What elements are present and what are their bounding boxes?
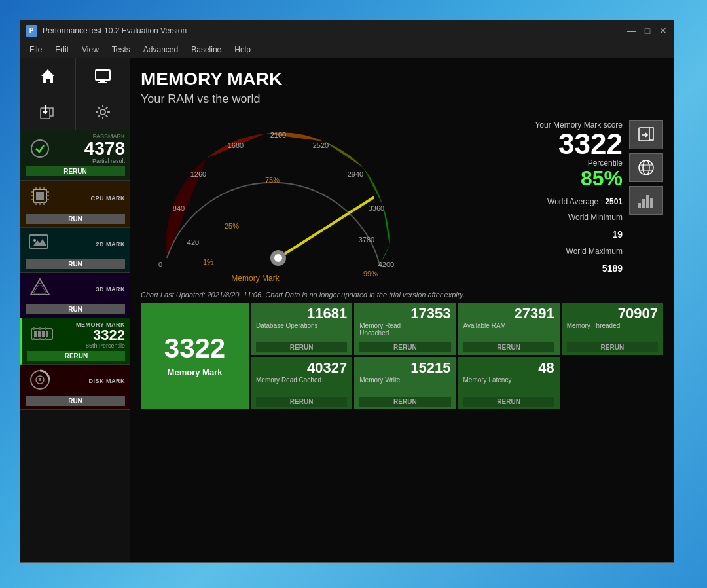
svg-rect-53 [642,199,645,208]
memory-read-cached-rerun[interactable]: RERUN [256,397,347,407]
memory-read-uncached-label: Memory ReadUncached [359,322,450,337]
sidebar-2d-mark[interactable]: 2D MARK RUN [20,228,130,273]
score-panel: Your Memory Mark score 3322 Percentile 8… [519,114,663,287]
svg-text:2940: 2940 [348,170,363,178]
menu-view[interactable]: View [75,44,105,56]
history-chart-button[interactable] [629,186,663,215]
2d-mark-label: 2D MARK [57,241,125,248]
svg-point-5 [31,140,48,157]
menu-help[interactable]: Help [228,44,257,56]
available-ram-rerun[interactable]: RERUN [463,342,554,352]
database-ops-rerun[interactable]: RERUN [256,342,347,352]
svg-rect-21 [39,338,41,340]
memory-threaded-tile[interactable]: 70907 Memory Threaded RERUN [562,303,663,355]
sidebar-disk-mark[interactable]: DISK MARK RUN [20,365,130,410]
page-subtitle: Your RAM vs the world [141,92,663,106]
svg-rect-1 [100,80,105,82]
database-ops-score: 11681 [256,306,347,321]
sidebar-monitor-button[interactable] [76,58,131,94]
minimize-button[interactable]: — [626,26,637,36]
sidebar-home-button[interactable] [20,58,76,94]
memory-latency-rerun[interactable]: RERUN [463,397,554,407]
sidebar-export-button[interactable] [20,94,76,130]
maximize-button[interactable]: □ [642,26,653,36]
title-bar: P PerformanceTest 10.2 Evaluation Versio… [20,20,674,41]
sidebar-settings-button[interactable] [76,94,131,130]
svg-rect-54 [646,195,649,208]
svg-point-48 [639,160,653,175]
menu-file[interactable]: File [23,44,48,56]
main-content: MEMORY MARK Your RAM vs the world [130,58,674,562]
svg-text:4200: 4200 [378,261,394,268]
memory-mark-sidebar-sub: 85th Percentile [59,342,125,349]
svg-rect-19 [45,327,46,330]
export-score-button[interactable] [629,120,663,149]
window-title: PerformanceTest 10.2 Evaluation Version [43,26,626,35]
svg-text:1%: 1% [203,258,213,266]
database-ops-tile[interactable]: 11681 Database Operations RERUN [251,303,352,355]
svg-rect-55 [650,198,653,208]
memory-write-score: 15215 [359,361,450,375]
svg-rect-18 [39,327,41,330]
memory-write-rerun[interactable]: RERUN [359,397,450,407]
memory-mark-tile[interactable]: 3322 Memory Mark [141,303,249,409]
svg-text:1680: 1680 [228,141,244,149]
memory-read-uncached-rerun[interactable]: RERUN [359,342,450,352]
memory-write-tile[interactable]: 15215 Memory Write RERUN [354,357,456,409]
memory-read-cached-tile[interactable]: 40327 Memory Read Cached RERUN [251,357,352,409]
world-stats: World Average : 2501 World Minimum 19 Wo… [519,194,623,278]
memory-mark-rerun-button[interactable]: RERUN [27,351,125,361]
menu-baseline[interactable]: Baseline [185,44,228,56]
3d-mark-run-button[interactable]: RUN [26,304,125,314]
svg-point-25 [39,378,41,381]
memory-threaded-rerun[interactable]: RERUN [567,342,658,352]
memory-mark-icon [27,322,56,348]
sidebar-memory-mark[interactable]: MEMORY MARK 3322 85th Percentile RERUN [20,318,130,365]
svg-text:1260: 1260 [190,170,206,178]
svg-text:840: 840 [173,204,185,212]
sidebar-cpu-mark[interactable]: CPU MARK RUN [20,181,130,228]
available-ram-tile[interactable]: 27391 Available RAM RERUN [458,303,560,355]
gauge-area: 0 420 840 1260 1680 2100 2520 [141,114,663,287]
sidebar-second-icons [20,94,130,130]
menu-advanced[interactable]: Advanced [137,44,185,56]
memory-read-uncached-tile[interactable]: 17353 Memory ReadUncached RERUN [354,303,456,355]
gauge-svg: 0 420 840 1260 1680 2100 2520 [141,114,416,284]
disk-mark-icon [26,368,54,394]
svg-rect-14 [38,331,41,337]
2d-mark-icon [26,231,54,257]
app-icon: P [26,25,37,37]
2d-mark-run-button[interactable]: RUN [26,259,125,269]
close-button[interactable]: ✕ [658,26,668,36]
svg-text:0: 0 [158,261,162,268]
score-value: 3322 [519,130,623,158]
window-controls: — □ ✕ [626,26,668,36]
globe-compare-button[interactable] [629,153,663,182]
cpu-mark-run-button[interactable]: RUN [26,214,125,224]
sidebar-passmark-section[interactable]: PASSMARK 4378 Partial result RERUN [20,130,130,181]
memory-threaded-score: 70907 [567,306,658,321]
menu-edit[interactable]: Edit [48,44,75,56]
menu-tests[interactable]: Tests [105,44,137,56]
svg-text:3780: 3780 [359,236,374,244]
memory-read-cached-score: 40327 [256,361,347,375]
score-action-icons [629,120,663,215]
svg-rect-0 [96,70,110,80]
memory-mark-sidebar-score: 3322 [59,328,125,342]
svg-text:420: 420 [187,238,199,246]
chart-note: Chart Last Updated: 2021/8/20, 11:06. Ch… [141,291,663,299]
svg-rect-47 [639,128,649,141]
svg-rect-20 [33,338,35,340]
3d-mark-label: 3D MARK [57,286,125,293]
svg-text:Memory Mark: Memory Mark [231,274,280,283]
passmark-rerun-button[interactable]: RERUN [26,166,125,176]
sidebar-3d-mark[interactable]: 3D MARK RUN [20,273,130,318]
memory-read-uncached-score: 17353 [359,306,450,321]
svg-text:25%: 25% [225,222,239,230]
svg-rect-13 [34,331,37,337]
memory-write-label: Memory Write [359,377,450,384]
svg-rect-7 [36,192,44,200]
memory-latency-tile[interactable]: 48 Memory Latency RERUN [458,357,560,409]
svg-rect-16 [46,331,48,337]
disk-mark-run-button[interactable]: RUN [26,396,125,406]
